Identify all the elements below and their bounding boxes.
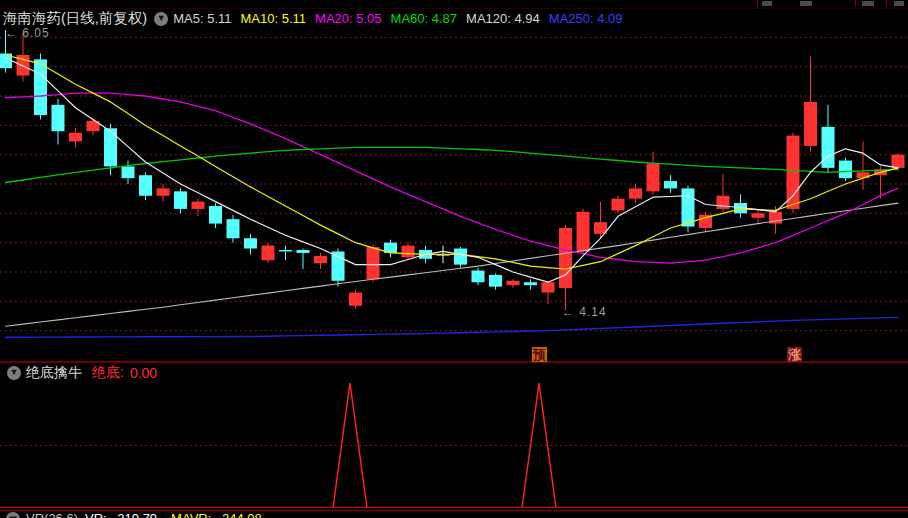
- chevron-down-icon[interactable]: ▼: [6, 512, 20, 518]
- high-price-marker: ← 6.05: [5, 26, 50, 40]
- ma120-readout: MA120: 4.94: [466, 11, 540, 26]
- candlestick-chart-canvas: [0, 0, 908, 518]
- window-chrome-fragment: [0, 0, 908, 8]
- signal-badge-yu: 预: [532, 347, 547, 362]
- indicator-series-label: 绝底:: [92, 364, 124, 382]
- vr-indicator-bar: ▼ VR(26,6) VR: 219.79 MAVR: 244.08: [0, 511, 276, 518]
- indicator-panel-header: ▼ 绝底擒牛 绝底: 0.00: [0, 364, 157, 381]
- ma20-readout: MA20: 5.05: [315, 11, 382, 26]
- chrome-divider: [855, 0, 856, 7]
- signal-badge-zhang: 涨: [787, 347, 802, 362]
- ma250-readout: MA250: 4.09: [549, 11, 623, 26]
- vr-readout: VR: 219.79: [85, 511, 164, 518]
- main-chart-header: 海南海药(日线,前复权) ▼ MA5: 5.11 MA10: 5.11 MA20…: [0, 9, 908, 28]
- ma60-readout: MA60: 4.87: [391, 11, 458, 26]
- indicator-name: 绝底擒牛: [26, 364, 82, 382]
- chrome-icon-fragment: [862, 1, 874, 6]
- chrome-divider: [886, 0, 887, 7]
- chrome-divider: [757, 0, 758, 7]
- vr-indicator-label: VR(26,6): [26, 511, 78, 518]
- chevron-down-icon[interactable]: ▼: [154, 12, 168, 26]
- ma10-readout: MA10: 5.11: [241, 11, 307, 26]
- chrome-icon-fragment: [894, 1, 904, 6]
- low-price-marker: ← 4.14: [562, 305, 607, 319]
- chrome-icon-fragment: [800, 1, 812, 6]
- mavr-readout: MAVR: 244.08: [171, 511, 269, 518]
- indicator-value: 0.00: [130, 365, 157, 381]
- chrome-icon-fragment: [762, 1, 772, 6]
- ma5-readout: MA5: 5.11: [173, 11, 231, 26]
- chevron-down-icon[interactable]: ▼: [7, 366, 21, 380]
- tdx-chart-window: 海南海药(日线,前复权) ▼ MA5: 5.11 MA10: 5.11 MA20…: [0, 0, 908, 518]
